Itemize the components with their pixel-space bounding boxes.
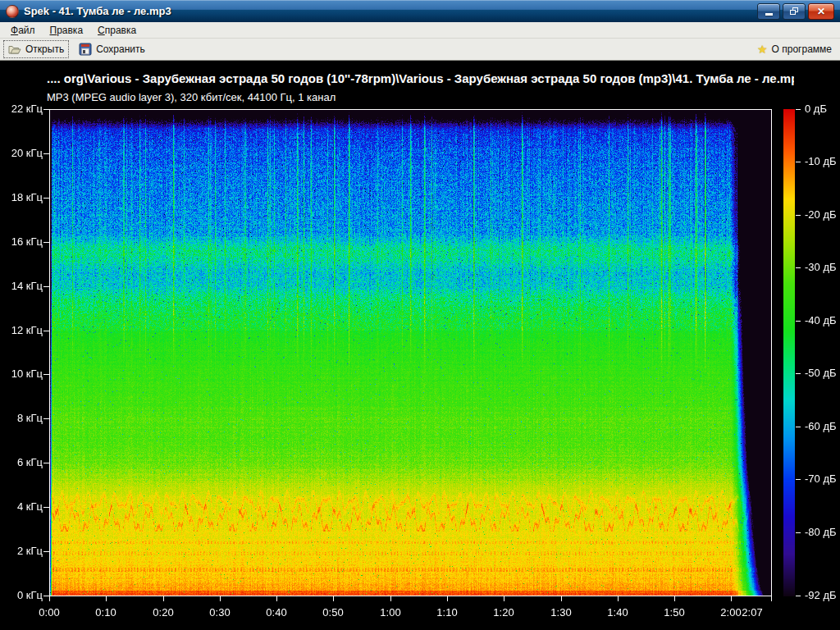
db-legend-tick (796, 267, 801, 268)
db-legend-tick (796, 321, 801, 322)
freq-tick-label: 4 кГц (0, 500, 43, 514)
time-axis-tick (674, 596, 675, 601)
time-tick-label: 1:50 (653, 606, 696, 619)
close-button[interactable]: ✕ (808, 3, 834, 20)
time-tick-label: 2:00 (710, 606, 752, 619)
menu-file[interactable]: Файл (3, 24, 43, 37)
time-axis-tick (276, 596, 277, 601)
freq-tick-label: 20 кГц (0, 147, 43, 160)
time-tick-label: 0:00 (28, 606, 71, 619)
db-legend-tick (796, 215, 801, 216)
freq-axis-tick (43, 507, 49, 508)
db-legend-colorbar (783, 109, 795, 596)
restore-icon (790, 7, 799, 16)
floppy-disk-icon (79, 43, 92, 56)
freq-tick-label: 2 кГц (0, 545, 43, 558)
db-tick-label: -50 дБ (805, 367, 840, 380)
titlebar[interactable]: Spek - 41. Тумба ле - ле.mp3 ✕ (0, 0, 840, 22)
minimize-button[interactable] (757, 3, 780, 20)
time-axis-tick (49, 596, 50, 601)
time-tick-label: 2:07 (733, 606, 771, 619)
db-legend-tick (796, 427, 801, 427)
freq-tick-label: 14 кГц (0, 280, 43, 293)
file-info-line: MP3 (MPEG audio layer 3), 320 кбит/сек, … (47, 91, 336, 103)
time-tick-label: 1:00 (369, 606, 412, 619)
db-legend-tick (796, 479, 801, 480)
db-tick-label: -40 дБ (805, 314, 840, 327)
window-title: Spek - 41. Тумба ле - ле.mp3 (24, 5, 752, 17)
freq-axis-tick (43, 286, 49, 287)
freq-axis-tick (43, 374, 49, 375)
freq-axis-tick (43, 242, 49, 243)
time-axis-tick (220, 596, 221, 601)
time-axis-tick (771, 596, 772, 601)
spek-app-icon (6, 5, 19, 18)
time-axis-tick (618, 596, 619, 601)
menu-help[interactable]: Справка (90, 24, 144, 37)
freq-tick-label: 18 кГц (0, 191, 43, 204)
time-axis-tick (163, 596, 164, 601)
db-legend-tick (796, 596, 801, 596)
save-button[interactable]: Сохранить (75, 41, 149, 57)
db-tick-label: 0 дБ (805, 103, 840, 116)
freq-tick-label: 6 кГц (0, 456, 43, 469)
db-tick-label: -10 дБ (805, 155, 840, 168)
time-tick-label: 0:40 (255, 606, 298, 619)
open-folder-icon (8, 43, 21, 56)
time-tick-label: 0:20 (142, 606, 185, 619)
freq-axis-tick (43, 596, 49, 596)
db-tick-label: -80 дБ (805, 526, 840, 539)
time-tick-label: 1:30 (540, 606, 582, 619)
freq-axis-tick (43, 153, 49, 154)
time-tick-label: 0:10 (84, 606, 127, 619)
spectrogram-header: .... org\Various - Зарубежная эстрада 50… (47, 71, 794, 85)
open-button[interactable]: Открыть (4, 41, 68, 57)
file-path-title: .... org\Various - Зарубежная эстрада 50… (47, 71, 794, 85)
freq-tick-label: 22 кГц (0, 103, 43, 116)
time-axis-tick (106, 596, 107, 601)
star-icon: ★ (757, 43, 768, 55)
db-legend-tick (796, 373, 801, 374)
freq-axis-tick (43, 463, 49, 463)
time-axis-tick (390, 596, 391, 601)
freq-axis-tick (43, 418, 49, 419)
freq-axis-tick (43, 198, 49, 199)
minimize-icon (765, 13, 773, 16)
db-tick-label: -92 дБ (805, 589, 840, 602)
menubar: Файл Правка Справка (0, 22, 840, 39)
save-button-label: Сохранить (96, 43, 145, 55)
db-tick-label: -70 дБ (805, 472, 840, 486)
freq-axis-tick (43, 331, 49, 331)
freq-tick-label: 16 кГц (0, 235, 43, 249)
toolbar: Открыть Сохранить ★ О программе (0, 39, 840, 61)
db-legend-tick (796, 532, 801, 533)
db-legend-tick (796, 162, 801, 162)
spectrogram-canvas (50, 110, 771, 596)
app-window: Spek - 41. Тумба ле - ле.mp3 ✕ Файл Прав… (0, 0, 840, 630)
time-axis-tick (504, 596, 504, 601)
freq-tick-label: 0 кГц (0, 589, 43, 602)
time-axis-tick (731, 596, 732, 601)
db-legend-tick (796, 109, 801, 110)
open-button-label: Открыть (25, 43, 64, 55)
spectrogram-view: .... org\Various - Зарубежная эстрада 50… (0, 61, 840, 630)
maximize-button[interactable] (783, 3, 806, 20)
window-controls: ✕ (757, 3, 834, 20)
db-tick-label: -20 дБ (805, 208, 840, 221)
freq-axis-tick (43, 551, 49, 552)
time-axis-tick (561, 596, 562, 601)
spectrogram-plot-frame (49, 109, 772, 596)
menu-edit[interactable]: Правка (43, 24, 91, 37)
time-axis-tick (333, 596, 334, 601)
db-tick-label: -60 дБ (805, 420, 840, 433)
freq-axis-tick (43, 109, 49, 110)
time-tick-label: 0:30 (199, 606, 241, 619)
time-tick-label: 1:20 (482, 606, 525, 619)
freq-tick-label: 10 кГц (0, 368, 43, 381)
about-button[interactable]: ★ О программе (753, 42, 836, 57)
freq-tick-label: 12 кГц (0, 324, 43, 337)
time-tick-label: 1:10 (426, 606, 468, 619)
freq-tick-label: 8 кГц (0, 412, 43, 425)
close-icon: ✕ (817, 7, 825, 16)
time-tick-label: 1:40 (596, 606, 639, 619)
